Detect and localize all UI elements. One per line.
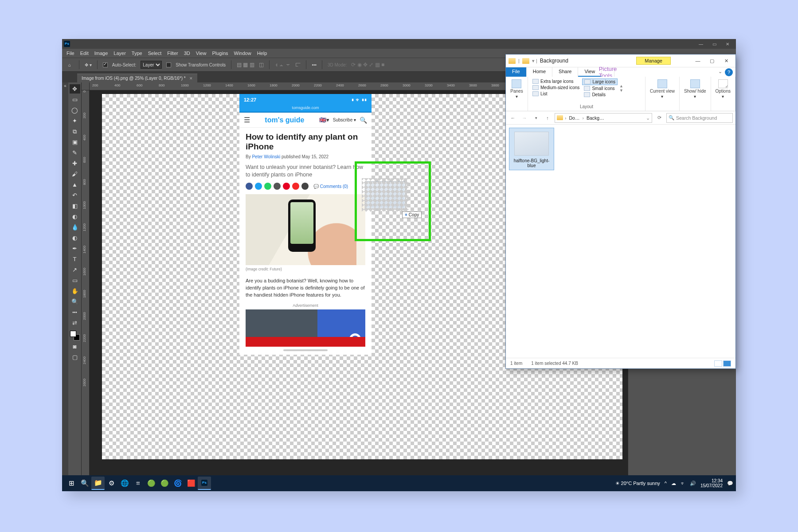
pen-tool-icon[interactable]: ✒ <box>70 244 80 253</box>
heal-tool-icon[interactable]: ✚ <box>70 159 80 168</box>
onedrive-icon[interactable]: ☁ <box>671 481 676 486</box>
shape-tool-icon[interactable]: ▭ <box>70 276 80 285</box>
start-icon[interactable]: ⊞ <box>65 477 78 490</box>
breadcrumb[interactable]: Backg… <box>586 115 605 121</box>
forward-button[interactable]: → <box>520 113 529 122</box>
chrome-taskbar-icon[interactable]: 🌐 <box>118 477 131 490</box>
ruler-vertical[interactable]: 0200400600800100012001400160018002000220… <box>82 90 90 483</box>
menu-layer[interactable]: Layer <box>113 51 126 56</box>
options-button[interactable]: ✓Options▾ <box>714 78 732 100</box>
view-medium[interactable]: Medium-sized icons <box>531 85 581 90</box>
menu-view[interactable]: View <box>196 51 207 56</box>
eyedropper-tool-icon[interactable]: ✎ <box>70 148 80 157</box>
collapse-icon[interactable]: « <box>62 82 68 88</box>
quickmask-icon[interactable]: ◙ <box>70 342 80 351</box>
thumbs-view-icon[interactable] <box>723 360 731 367</box>
breadcrumb[interactable]: Do… <box>568 115 581 121</box>
app-taskbar-icon[interactable]: 🟥 <box>184 477 198 490</box>
ex-minimize-button[interactable]: — <box>691 56 704 65</box>
taskbar-search-icon[interactable]: 🔍 <box>78 477 91 490</box>
view-details[interactable]: Details <box>582 92 618 98</box>
panes-button[interactable]: Panes▾ <box>509 78 524 100</box>
ex-maximize-button[interactable]: ▢ <box>705 56 719 65</box>
flag-icon[interactable]: 🇬🇧▾ <box>319 117 329 123</box>
photoshop-taskbar-icon[interactable]: Ps <box>198 477 211 490</box>
dodge-tool-icon[interactable]: ◐ <box>70 233 80 243</box>
edit-toolbar-icon[interactable]: ⇄ <box>70 318 80 328</box>
tab-file[interactable]: File <box>506 67 527 77</box>
refresh-icon[interactable]: ⟳ <box>655 113 664 122</box>
document-tab[interactable]: Image from iOS (4).png @ 25% (Layer 0, R… <box>77 74 197 82</box>
view-large[interactable]: Large icons <box>582 78 618 85</box>
hamburger-icon[interactable]: ☰ <box>244 116 250 124</box>
transform-checkbox[interactable] <box>166 63 171 67</box>
menu-file[interactable]: File <box>66 51 74 56</box>
align-icons[interactable]: ▤ ▦ ▥ ◫ <box>237 62 264 68</box>
current-view-button[interactable]: Current view▾ <box>648 78 677 100</box>
explorer-search[interactable]: 🔍 Search Background <box>666 113 733 123</box>
slack-taskbar-icon[interactable]: ⌗ <box>131 477 145 490</box>
lasso-tool-icon[interactable]: ◯ <box>70 106 80 115</box>
color-swatch[interactable] <box>70 331 80 340</box>
maximize-button[interactable]: ▭ <box>708 40 721 47</box>
email-icon[interactable] <box>301 183 309 190</box>
explorer-taskbar-icon[interactable]: 📁 <box>91 477 105 490</box>
stamp-tool-icon[interactable]: ▲ <box>70 180 80 189</box>
screenmode-icon[interactable]: ▢ <box>70 352 80 362</box>
menu-help[interactable]: Help <box>257 51 267 56</box>
ad-banner[interactable] <box>246 309 365 337</box>
view-extra-large[interactable]: Extra large icons <box>531 78 581 84</box>
path-tool-icon[interactable]: ↗ <box>70 265 80 274</box>
wifi-icon[interactable]: ᯤ <box>681 481 685 486</box>
details-view-icon[interactable] <box>714 360 722 367</box>
file-tile[interactable]: halftone-BG_light-blue <box>509 128 554 170</box>
show-hide-button[interactable]: Show/ hide▾ <box>682 78 708 100</box>
search-icon[interactable]: 🔍 <box>360 117 367 124</box>
ex-close-button[interactable]: ✕ <box>720 56 733 65</box>
back-button[interactable]: ← <box>509 113 517 122</box>
auto-select-target[interactable]: Layer <box>141 61 162 69</box>
explorer-titlebar[interactable]: | ▾ | Background Manage — ▢ ✕ <box>506 55 735 67</box>
menu-edit[interactable]: Edit <box>80 51 89 56</box>
edge-taskbar-icon[interactable]: 🌀 <box>171 477 184 490</box>
menu-plugins[interactable]: Plugins <box>212 51 228 56</box>
author-link[interactable]: Peter Wolinski <box>252 154 280 159</box>
subscribe-button[interactable]: Subscribe ▾ <box>333 117 356 122</box>
address-bar[interactable]: › Do… › Backg… ⌄ <box>555 113 652 123</box>
minimize-button[interactable]: — <box>694 40 708 47</box>
spotify-taskbar-icon[interactable]: 🟢 <box>158 477 171 490</box>
settings-taskbar-icon[interactable]: ⚙ <box>105 477 118 490</box>
comments-link[interactable]: 💬 Comments (0) <box>313 184 348 189</box>
view-list[interactable]: List <box>531 91 581 97</box>
close-button[interactable]: ✕ <box>721 40 734 47</box>
up-button[interactable]: ↑ <box>543 113 552 122</box>
eraser-tool-icon[interactable]: ◧ <box>70 201 80 211</box>
tab-share[interactable]: Share <box>552 67 578 77</box>
auto-select-checkbox[interactable] <box>103 63 108 67</box>
whatsapp-icon[interactable] <box>264 183 271 190</box>
ribbon-collapse-icon[interactable]: ⌄ <box>716 67 725 77</box>
menu-filter[interactable]: Filter <box>167 51 178 56</box>
menu-select[interactable]: Select <box>148 51 162 56</box>
distribute-icons[interactable]: ⫞ ⫠ ⫟ ⫍ <box>275 62 301 68</box>
close-tab-icon[interactable]: ✕ <box>189 76 193 81</box>
pinterest-icon[interactable] <box>283 183 290 190</box>
view-small[interactable]: Small icons <box>582 86 618 91</box>
menu-window[interactable]: Window <box>234 51 251 56</box>
volume-icon[interactable]: 🔊 <box>690 481 696 486</box>
hand-tool-icon[interactable]: ✋ <box>70 286 80 296</box>
history-brush-icon[interactable]: ↶ <box>70 191 80 200</box>
reddit-icon[interactable] <box>274 183 281 190</box>
site-logo[interactable]: tom's guide <box>265 116 304 124</box>
tab-home[interactable]: Home <box>527 67 552 77</box>
twitter-icon[interactable] <box>255 183 262 190</box>
history-chevron-icon[interactable]: ▾ <box>532 113 540 122</box>
gradient-tool-icon[interactable]: ◐ <box>70 212 80 221</box>
move-tool-icon[interactable]: ✥ ▾ <box>85 63 92 67</box>
zoom-tool-icon[interactable]: 🔍 <box>70 297 80 306</box>
menu-image[interactable]: Image <box>94 51 108 56</box>
tray-chevron-icon[interactable]: ^ <box>665 481 667 486</box>
more-icon[interactable]: ••• <box>312 63 317 67</box>
folder-icon[interactable] <box>522 58 529 64</box>
evernote-taskbar-icon[interactable]: 🟢 <box>145 477 158 490</box>
